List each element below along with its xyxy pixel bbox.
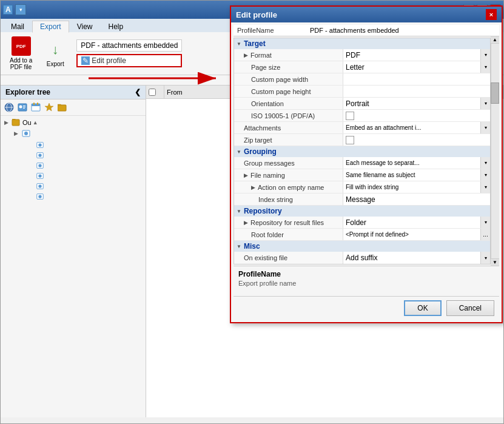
prop-action-empty-name-value[interactable]: Fill with index string ▾ bbox=[343, 181, 490, 193]
prop-attachments-name: Attachments bbox=[234, 122, 343, 133]
profile-name-label: ProfileName bbox=[237, 27, 310, 34]
section-repository-triangle: ▼ bbox=[237, 209, 241, 214]
prop-custom-height-value[interactable] bbox=[343, 86, 490, 97]
dialog-buttons-area: OK Cancel bbox=[234, 296, 499, 320]
prop-on-existing-file-name: On existing file bbox=[234, 252, 343, 264]
description-text: Export profile name bbox=[238, 280, 494, 287]
prop-on-existing-file-value[interactable]: Add suffix ▾ bbox=[343, 252, 490, 264]
prop-root-folder-name: Root folder bbox=[234, 229, 343, 240]
prop-root-folder-value[interactable]: <Prompt if not defined> ... bbox=[343, 229, 490, 240]
prop-index-string-name: Index string bbox=[234, 193, 343, 205]
prop-repository-value[interactable]: Folder ▾ bbox=[343, 217, 490, 228]
prop-file-naming: ▶File naming Same filename as subject ▾ bbox=[234, 169, 490, 181]
prop-group-messages: Group messages Each message to separat..… bbox=[234, 157, 490, 169]
on-existing-dropdown-btn[interactable]: ▾ bbox=[480, 252, 490, 264]
format-dropdown-btn[interactable]: ▾ bbox=[480, 49, 490, 61]
prop-zip-target-name: Zip target bbox=[234, 134, 343, 146]
profile-name-row: ProfileName PDF - attachments embedded bbox=[234, 25, 499, 36]
dialog-scrollbar[interactable]: ▲ ▼ bbox=[491, 36, 499, 266]
prop-pdfa: ISO 19005-1 (PDF/A) bbox=[234, 110, 490, 122]
dialog-overlay: Edit profile × ProfileName PDF - attachm… bbox=[1, 1, 503, 423]
prop-pdfa-name: ISO 19005-1 (PDF/A) bbox=[234, 110, 343, 121]
prop-repository-result-files: ▶Repository for result files Folder ▾ bbox=[234, 217, 490, 229]
section-repository[interactable]: ▼ Repository bbox=[234, 206, 490, 217]
prop-action-empty-name-name: ▶Action on empty name bbox=[234, 181, 343, 193]
prop-root-folder: Root folder <Prompt if not defined> ... bbox=[234, 229, 490, 241]
section-misc[interactable]: ▼ Misc bbox=[234, 241, 490, 252]
prop-page-size: Page size Letter ▾ bbox=[234, 61, 490, 73]
edit-profile-dialog: Edit profile × ProfileName PDF - attachm… bbox=[230, 5, 503, 323]
prop-format: ▶Format PDF ▾ bbox=[234, 49, 490, 61]
section-grouping[interactable]: ▼ Grouping bbox=[234, 146, 490, 157]
prop-file-naming-name: ▶File naming bbox=[234, 169, 343, 181]
page-size-dropdown-btn[interactable]: ▾ bbox=[480, 61, 490, 73]
section-target-label: Target bbox=[244, 39, 266, 48]
prop-custom-height-name: Custom page height bbox=[234, 86, 343, 97]
section-misc-triangle: ▼ bbox=[237, 244, 241, 249]
prop-file-naming-value[interactable]: Same filename as subject ▾ bbox=[343, 169, 490, 181]
dialog-title: Edit profile bbox=[236, 10, 277, 19]
prop-index-string: Index string Message bbox=[234, 193, 490, 206]
prop-page-size-name: Page size bbox=[234, 61, 343, 73]
attachments-dropdown-btn[interactable]: ▾ bbox=[480, 122, 490, 133]
prop-custom-width-name: Custom page width bbox=[234, 73, 343, 85]
description-area: ProfileName Export profile name bbox=[234, 266, 499, 296]
prop-custom-width-value[interactable] bbox=[343, 73, 490, 85]
prop-zip-target: Zip target bbox=[234, 134, 490, 146]
prop-page-size-value[interactable]: Letter ▾ bbox=[343, 61, 490, 73]
prop-format-name: ▶Format bbox=[234, 49, 343, 61]
prop-format-value[interactable]: PDF ▾ bbox=[343, 49, 490, 61]
prop-attachments-value[interactable]: Embed as an attachment i... ▾ bbox=[343, 122, 490, 133]
prop-action-empty-name: ▶Action on empty name Fill with index st… bbox=[234, 181, 490, 193]
prop-index-string-value[interactable]: Message bbox=[343, 193, 490, 205]
prop-group-messages-value[interactable]: Each message to separat... ▾ bbox=[343, 157, 490, 169]
orientation-dropdown-btn[interactable]: ▾ bbox=[480, 98, 490, 109]
action-empty-dropdown-btn[interactable]: ▾ bbox=[480, 181, 490, 193]
prop-attachments: Attachments Embed as an attachment i... … bbox=[234, 122, 490, 134]
file-naming-dropdown-btn[interactable]: ▾ bbox=[480, 169, 490, 181]
pdfa-checkbox[interactable] bbox=[346, 112, 354, 120]
prop-custom-page-width: Custom page width bbox=[234, 73, 490, 86]
zip-target-checkbox[interactable] bbox=[346, 136, 354, 144]
prop-pdfa-value[interactable] bbox=[343, 110, 490, 121]
section-repository-label: Repository bbox=[244, 207, 282, 215]
prop-orientation: Orientation Portrait ▾ bbox=[234, 98, 490, 110]
cancel-button[interactable]: Cancel bbox=[446, 300, 494, 316]
section-misc-label: Misc bbox=[244, 242, 260, 251]
section-target[interactable]: ▼ Target bbox=[234, 38, 490, 49]
dialog-close-button[interactable]: × bbox=[486, 9, 497, 20]
prop-orientation-name: Orientation bbox=[234, 98, 343, 109]
prop-group-messages-name: Group messages bbox=[234, 157, 343, 169]
group-messages-dropdown-btn[interactable]: ▾ bbox=[480, 157, 490, 169]
property-grid: ▼ Target ▶Format PDF ▾ bbox=[234, 38, 491, 264]
section-grouping-triangle: ▼ bbox=[237, 149, 241, 155]
profile-name-value: PDF - attachments embedded bbox=[310, 27, 496, 34]
section-grouping-label: Grouping bbox=[244, 147, 277, 156]
repository-dropdown-btn[interactable]: ▾ bbox=[480, 217, 490, 228]
prop-custom-page-height: Custom page height bbox=[234, 86, 490, 98]
ok-button[interactable]: OK bbox=[404, 300, 441, 316]
prop-zip-target-value[interactable] bbox=[343, 134, 490, 146]
description-title: ProfileName bbox=[238, 270, 494, 278]
section-target-triangle: ▼ bbox=[237, 41, 241, 47]
prop-on-existing-file: On existing file Add suffix ▾ bbox=[234, 252, 490, 264]
prop-orientation-value[interactable]: Portrait ▾ bbox=[343, 98, 490, 109]
root-folder-ellipsis-btn[interactable]: ... bbox=[480, 229, 490, 240]
prop-repository-name: ▶Repository for result files bbox=[234, 217, 343, 228]
